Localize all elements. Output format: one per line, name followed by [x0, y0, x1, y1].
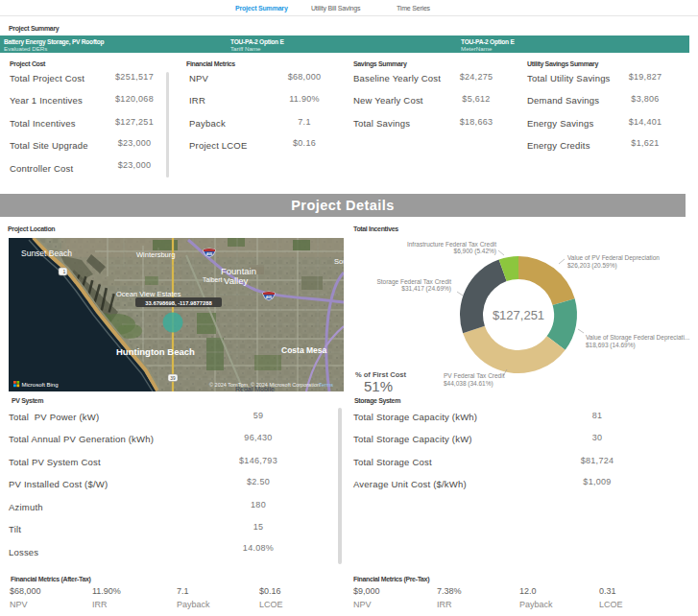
svg-text:Terms: Terms	[319, 382, 333, 388]
svg-text:405: 405	[266, 295, 273, 299]
svg-text:$18,693 (14.69%): $18,693 (14.69%)	[586, 342, 636, 349]
svg-text:$31,417 (24.69%): $31,417 (24.69%)	[401, 285, 451, 293]
svg-text:33.6798698, -117.9877288: 33.6798698, -117.9877288	[145, 300, 212, 306]
svg-text:Microsoft Bing: Microsoft Bing	[22, 382, 59, 388]
svg-text:$44,038 (34.61%): $44,038 (34.61%)	[444, 380, 493, 388]
svg-text:1: 1	[63, 269, 66, 274]
svg-text:Sunset Beach: Sunset Beach	[21, 249, 72, 258]
svg-text:$6,900 (5.42%): $6,900 (5.42%)	[454, 248, 496, 255]
svg-text:Ocean View Estates: Ocean View Estates	[116, 290, 181, 298]
svg-text:Sou: Sou	[334, 257, 344, 266]
svg-text:PV Federal Tax Credit: PV Federal Tax Credit	[444, 372, 505, 379]
svg-text:Huntington Beach: Huntington Beach	[116, 346, 195, 357]
svg-text:Regal Mobile: Regal Mobile	[235, 386, 275, 391]
svg-text:Talbert: Talbert	[203, 276, 223, 283]
svg-text:Wintersburg: Wintersburg	[136, 250, 175, 259]
svg-text:$127,251: $127,251	[493, 308, 544, 322]
svg-text:39: 39	[170, 376, 176, 381]
svg-text:405: 405	[206, 251, 213, 256]
svg-text:Infrastructure Federal Tax Cre: Infrastructure Federal Tax Credit	[407, 241, 496, 248]
svg-text:$26,203 (20.59%): $26,203 (20.59%)	[567, 262, 617, 270]
svg-text:Costa Mesa: Costa Mesa	[281, 345, 327, 355]
svg-text:Valley: Valley	[224, 275, 248, 286]
